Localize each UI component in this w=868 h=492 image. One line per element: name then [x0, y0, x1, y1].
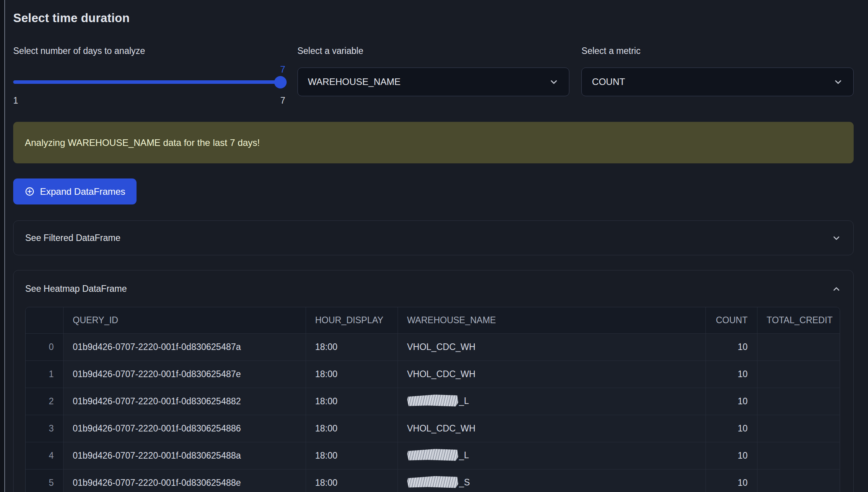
hour-display-cell[interactable]: 18:00 [306, 360, 398, 388]
heatmap-dataframe-expander: See Heatmap DataFrame QUERY_ID HOUR_DISP… [13, 270, 854, 492]
hour-display-cell[interactable]: 18:00 [306, 333, 398, 360]
redacted-scribble [407, 394, 458, 407]
column-header-warehouse-name[interactable]: WAREHOUSE_NAME [398, 307, 705, 333]
variable-select-label: Select a variable [297, 45, 570, 57]
expand-dataframes-button[interactable]: Expand DataFrames [13, 178, 137, 204]
redacted-scribble [407, 449, 458, 461]
count-cell[interactable]: 10 [705, 469, 757, 492]
window-left-strip [0, 0, 4, 492]
hour-display-cell[interactable]: 18:00 [306, 469, 398, 492]
table-row: 0 01b9d426-0707-2220-001f-0d830625487a 1… [26, 333, 840, 360]
main-content: Select time duration Select number of da… [13, 0, 854, 492]
hour-display-cell[interactable]: 18:00 [306, 442, 398, 469]
warehouse-suffix: _S [459, 477, 470, 487]
warning-alert: Analyzing WAREHOUSE_NAME data for the la… [13, 122, 854, 163]
heatmap-dataframe-expander-title: See Heatmap DataFrame [25, 284, 127, 294]
variable-select[interactable]: WAREHOUSE_NAME [297, 68, 570, 96]
row-index-cell[interactable]: 1 [26, 360, 63, 388]
controls-row: Select number of days to analyze 7 1 7 S… [13, 45, 854, 107]
warehouse-name-cell[interactable]: _L [398, 388, 705, 415]
table-row: 5 01b9d426-0707-2220-001f-0d830625488e 1… [26, 469, 840, 492]
sidebar-edge-divider [4, 0, 5, 492]
chevron-down-icon [831, 233, 842, 243]
chevron-down-icon [833, 77, 843, 87]
warehouse-suffix: _L [459, 396, 469, 406]
warning-alert-text: Analyzing WAREHOUSE_NAME data for the la… [25, 137, 260, 148]
variable-select-widget: Select a variable WAREHOUSE_NAME [297, 45, 570, 107]
days-slider-thumb[interactable] [274, 76, 287, 88]
query-id-cell[interactable]: 01b9d426-0707-2220-001f-0d830625487e [63, 360, 306, 388]
column-header-total-credit[interactable]: TOTAL_CREDIT [757, 307, 840, 333]
count-cell[interactable]: 10 [705, 388, 757, 415]
count-cell[interactable]: 10 [705, 415, 757, 442]
column-header-query-id[interactable]: QUERY_ID [63, 307, 306, 333]
total-credit-cell[interactable] [757, 469, 840, 492]
dataframe-grid: QUERY_ID HOUR_DISPLAY WAREHOUSE_NAME COU… [25, 307, 840, 492]
row-index-cell[interactable]: 0 [26, 333, 63, 360]
hour-display-cell[interactable]: 18:00 [306, 415, 398, 442]
hour-display-cell[interactable]: 18:00 [306, 388, 398, 415]
days-slider-range-labels: 1 7 [13, 94, 285, 107]
query-id-cell[interactable]: 01b9d426-0707-2220-001f-0d830625487a [63, 333, 306, 360]
total-credit-cell[interactable] [757, 415, 840, 442]
days-slider-current-value: 7 [13, 64, 285, 74]
query-id-cell[interactable]: 01b9d426-0707-2220-001f-0d830625488e [63, 469, 306, 492]
query-id-cell[interactable]: 01b9d426-0707-2220-001f-0d8306254882 [63, 388, 306, 415]
row-index-cell[interactable]: 2 [26, 388, 63, 415]
metric-select-value: COUNT [592, 76, 625, 87]
table-row: 3 01b9d426-0707-2220-001f-0d8306254886 1… [26, 415, 840, 442]
query-id-cell[interactable]: 01b9d426-0707-2220-001f-0d830625488a [63, 442, 306, 469]
row-index-cell[interactable]: 3 [26, 415, 63, 442]
count-cell[interactable]: 10 [705, 360, 757, 388]
warehouse-name-cell[interactable]: _L [398, 442, 705, 469]
filtered-dataframe-expander-title: See Filtered DataFrame [25, 233, 120, 243]
days-slider-track[interactable] [13, 80, 285, 84]
circled-plus-icon [24, 186, 35, 197]
expand-dataframes-button-label: Expand DataFrames [40, 186, 125, 197]
filtered-dataframe-expander-header[interactable]: See Filtered DataFrame [14, 221, 853, 255]
table-row: 4 01b9d426-0707-2220-001f-0d830625488a 1… [26, 442, 840, 469]
total-credit-cell[interactable] [757, 333, 840, 360]
warehouse-name-cell[interactable]: VHOL_CDC_WH [398, 360, 705, 388]
chevron-down-icon [549, 77, 559, 87]
total-credit-cell[interactable] [757, 442, 840, 469]
row-index-cell[interactable]: 5 [26, 469, 63, 492]
row-index-cell[interactable]: 4 [26, 442, 63, 469]
metric-select[interactable]: COUNT [581, 68, 854, 96]
column-header-count[interactable]: COUNT [705, 307, 757, 333]
total-credit-cell[interactable] [757, 388, 840, 415]
warehouse-suffix: _L [459, 450, 469, 460]
days-slider-label: Select number of days to analyze [13, 45, 285, 57]
table-row: 1 01b9d426-0707-2220-001f-0d830625487e 1… [26, 360, 840, 388]
redacted-scribble [407, 476, 458, 488]
days-slider-widget: Select number of days to analyze 7 1 7 [13, 45, 285, 107]
count-cell[interactable]: 10 [705, 442, 757, 469]
metric-select-label: Select a metric [581, 45, 854, 57]
chevron-up-icon [831, 284, 842, 294]
warehouse-name-cell[interactable]: _S [398, 469, 705, 492]
heatmap-dataframe-expander-header[interactable]: See Heatmap DataFrame [14, 270, 853, 307]
filtered-dataframe-expander: See Filtered DataFrame [13, 220, 854, 255]
warehouse-name-cell[interactable]: VHOL_CDC_WH [398, 415, 705, 442]
count-cell[interactable]: 10 [705, 333, 757, 360]
warehouse-name-cell[interactable]: VHOL_CDC_WH [398, 333, 705, 360]
days-slider-max-label: 7 [280, 94, 285, 107]
table-row: 2 01b9d426-0707-2220-001f-0d8306254882 1… [26, 388, 840, 415]
variable-select-value: WAREHOUSE_NAME [308, 76, 401, 87]
metric-select-widget: Select a metric COUNT [581, 45, 854, 107]
total-credit-cell[interactable] [757, 360, 840, 388]
table-header-row: QUERY_ID HOUR_DISPLAY WAREHOUSE_NAME COU… [26, 307, 840, 333]
query-id-cell[interactable]: 01b9d426-0707-2220-001f-0d8306254886 [63, 415, 306, 442]
days-slider-min-label: 1 [13, 94, 18, 107]
page-title: Select time duration [13, 10, 854, 26]
column-header-index[interactable] [26, 307, 63, 333]
column-header-hour-display[interactable]: HOUR_DISPLAY [306, 307, 398, 333]
heatmap-dataframe: QUERY_ID HOUR_DISPLAY WAREHOUSE_NAME COU… [14, 307, 853, 492]
